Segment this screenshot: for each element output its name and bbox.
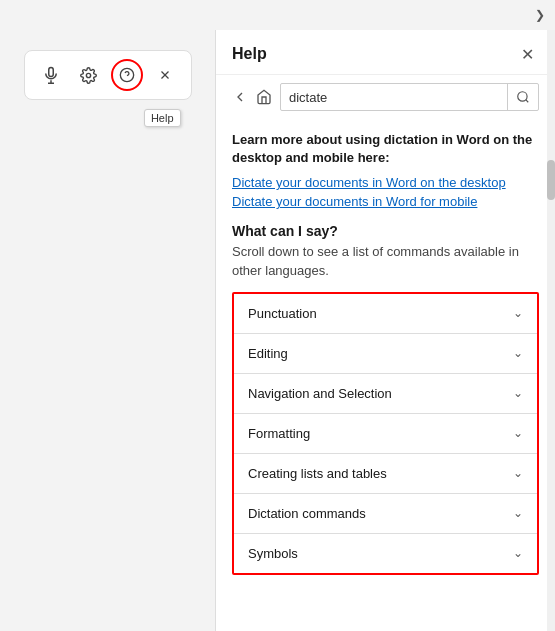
chevron-down-icon: ⌄ — [513, 506, 523, 520]
search-button[interactable] — [507, 84, 538, 110]
chevron-down-icon: ⌄ — [513, 346, 523, 360]
what-can-i-say-title: What can I say? — [232, 223, 539, 239]
chevron-down-icon: ⌄ — [513, 546, 523, 560]
help-close-button[interactable]: ✕ — [515, 42, 539, 66]
scrollbar-thumb[interactable] — [547, 160, 555, 200]
chevron-down-icon: ⌄ — [513, 306, 523, 320]
search-input[interactable] — [281, 90, 507, 105]
svg-point-8 — [518, 92, 527, 101]
chevron-down-icon: ⌄ — [513, 386, 523, 400]
desktop-link[interactable]: Dictate your documents in Word on the de… — [232, 175, 539, 190]
accordion-label: Navigation and Selection — [248, 386, 392, 401]
accordion-label: Symbols — [248, 546, 298, 561]
accordion-item-symbols[interactable]: Symbols ⌄ — [234, 534, 537, 573]
accordion-label: Creating lists and tables — [248, 466, 387, 481]
settings-button[interactable] — [73, 59, 105, 91]
accordion-item-punctuation[interactable]: Punctuation ⌄ — [234, 294, 537, 334]
close-toolbar-button[interactable] — [149, 59, 181, 91]
accordion-label: Dictation commands — [248, 506, 366, 521]
help-back-button[interactable] — [232, 89, 248, 105]
help-panel-title: Help — [232, 45, 267, 63]
accordion-label: Editing — [248, 346, 288, 361]
search-box — [280, 83, 539, 111]
help-home-button[interactable] — [256, 89, 272, 105]
dictation-toolbar: Help — [24, 50, 192, 100]
help-nav-bar — [216, 75, 555, 119]
accordion-item-dictation-commands[interactable]: Dictation commands ⌄ — [234, 494, 537, 534]
accordion-container: Punctuation ⌄ Editing ⌄ Navigation and S… — [232, 292, 539, 575]
intro-text: Learn more about using dictation in Word… — [232, 131, 539, 167]
accordion-item-formatting[interactable]: Formatting ⌄ — [234, 414, 537, 454]
collapse-chevron-icon: ❯ — [535, 8, 545, 22]
help-content: Learn more about using dictation in Word… — [216, 119, 555, 631]
svg-point-3 — [86, 73, 90, 77]
scroll-hint: Scroll down to see a list of commands av… — [232, 243, 539, 279]
main-layout: Help Help ✕ — [0, 30, 555, 631]
accordion-label: Formatting — [248, 426, 310, 441]
accordion-label: Punctuation — [248, 306, 317, 321]
mobile-link[interactable]: Dictate your documents in Word for mobil… — [232, 194, 539, 209]
accordion-item-editing[interactable]: Editing ⌄ — [234, 334, 537, 374]
scrollbar-track — [547, 30, 555, 631]
accordion-item-navigation[interactable]: Navigation and Selection ⌄ — [234, 374, 537, 414]
chevron-down-icon: ⌄ — [513, 466, 523, 480]
help-tooltip: Help — [144, 109, 181, 127]
help-panel: Help ✕ — [215, 30, 555, 631]
svg-line-9 — [526, 100, 529, 103]
mic-button[interactable] — [35, 59, 67, 91]
accordion-item-lists[interactable]: Creating lists and tables ⌄ — [234, 454, 537, 494]
chevron-down-icon: ⌄ — [513, 426, 523, 440]
left-panel: Help — [0, 30, 215, 631]
help-button[interactable] — [111, 59, 143, 91]
svg-rect-0 — [48, 68, 53, 77]
top-bar: ❯ — [0, 0, 555, 30]
help-header: Help ✕ — [216, 30, 555, 75]
